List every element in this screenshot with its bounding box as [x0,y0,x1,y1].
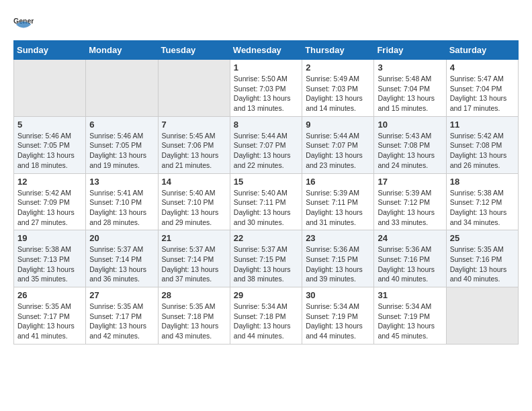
calendar-table: SundayMondayTuesdayWednesdayThursdayFrid… [13,40,519,345]
calendar-cell: 20Sunrise: 5:37 AM Sunset: 7:14 PM Dayli… [86,230,158,287]
calendar-cell: 27Sunrise: 5:35 AM Sunset: 7:17 PM Dayli… [86,287,158,345]
day-info: Sunrise: 5:37 AM Sunset: 7:15 PM Dayligh… [234,244,298,284]
day-number: 15 [234,177,298,187]
day-info: Sunrise: 5:46 AM Sunset: 7:05 PM Dayligh… [17,131,82,171]
day-number: 28 [162,290,226,300]
weekday-header-thursday: Thursday [302,41,374,60]
day-number: 9 [306,120,370,130]
calendar-cell: 31Sunrise: 5:34 AM Sunset: 7:19 PM Dayli… [374,287,446,345]
logo-icon: General [13,13,34,34]
calendar-cell: 16Sunrise: 5:39 AM Sunset: 7:11 PM Dayli… [302,173,374,230]
calendar-cell: 21Sunrise: 5:37 AM Sunset: 7:14 PM Dayli… [158,230,230,287]
day-info: Sunrise: 5:35 AM Sunset: 7:16 PM Dayligh… [450,244,515,284]
day-number: 17 [378,177,442,187]
weekday-header-monday: Monday [86,41,158,60]
calendar-cell: 10Sunrise: 5:43 AM Sunset: 7:08 PM Dayli… [374,116,446,173]
calendar-cell: 22Sunrise: 5:37 AM Sunset: 7:15 PM Dayli… [230,230,302,287]
calendar-cell: 9Sunrise: 5:44 AM Sunset: 7:07 PM Daylig… [302,116,374,173]
day-info: Sunrise: 5:42 AM Sunset: 7:09 PM Dayligh… [17,188,82,228]
day-info: Sunrise: 5:44 AM Sunset: 7:07 PM Dayligh… [234,131,298,171]
day-info: Sunrise: 5:38 AM Sunset: 7:13 PM Dayligh… [17,244,82,284]
day-number: 29 [234,290,298,300]
calendar-cell: 19Sunrise: 5:38 AM Sunset: 7:13 PM Dayli… [14,230,86,287]
day-number: 21 [162,233,226,243]
weekday-header-wednesday: Wednesday [230,41,302,60]
day-info: Sunrise: 5:40 AM Sunset: 7:10 PM Dayligh… [162,188,226,228]
day-number: 19 [17,233,82,243]
day-info: Sunrise: 5:49 AM Sunset: 7:03 PM Dayligh… [306,74,370,113]
day-info: Sunrise: 5:50 AM Sunset: 7:03 PM Dayligh… [234,74,298,113]
day-number: 25 [450,233,515,243]
day-info: Sunrise: 5:35 AM Sunset: 7:17 PM Dayligh… [17,302,82,341]
calendar-cell [158,60,230,117]
day-number: 8 [234,120,298,130]
calendar-cell [86,60,158,117]
day-number: 27 [89,290,154,300]
day-number: 13 [89,177,154,187]
calendar-cell: 28Sunrise: 5:35 AM Sunset: 7:18 PM Dayli… [158,287,230,345]
day-info: Sunrise: 5:47 AM Sunset: 7:04 PM Dayligh… [450,74,515,113]
day-number: 26 [17,290,82,300]
calendar-cell: 25Sunrise: 5:35 AM Sunset: 7:16 PM Dayli… [446,230,518,287]
day-info: Sunrise: 5:40 AM Sunset: 7:11 PM Dayligh… [234,188,298,228]
calendar-cell: 14Sunrise: 5:40 AM Sunset: 7:10 PM Dayli… [158,173,230,230]
calendar-header: SundayMondayTuesdayWednesdayThursdayFrid… [14,41,519,60]
day-number: 16 [306,177,370,187]
calendar-cell [446,287,518,345]
day-info: Sunrise: 5:39 AM Sunset: 7:11 PM Dayligh… [306,188,370,228]
calendar-cell: 12Sunrise: 5:42 AM Sunset: 7:09 PM Dayli… [14,173,86,230]
calendar-cell: 1Sunrise: 5:50 AM Sunset: 7:03 PM Daylig… [230,60,302,117]
day-info: Sunrise: 5:36 AM Sunset: 7:15 PM Dayligh… [306,244,370,284]
page-header: General [13,13,519,34]
day-number: 18 [450,177,515,187]
calendar-cell: 7Sunrise: 5:45 AM Sunset: 7:06 PM Daylig… [158,116,230,173]
day-number: 30 [306,290,370,300]
day-info: Sunrise: 5:34 AM Sunset: 7:19 PM Dayligh… [306,302,370,341]
weekday-header-sunday: Sunday [14,41,86,60]
calendar-cell: 4Sunrise: 5:47 AM Sunset: 7:04 PM Daylig… [446,60,518,117]
day-info: Sunrise: 5:48 AM Sunset: 7:04 PM Dayligh… [378,74,442,113]
day-number: 6 [89,120,154,130]
day-number: 10 [378,120,442,130]
weekday-header-saturday: Saturday [446,41,518,60]
calendar-cell: 2Sunrise: 5:49 AM Sunset: 7:03 PM Daylig… [302,60,374,117]
day-info: Sunrise: 5:37 AM Sunset: 7:14 PM Dayligh… [89,244,154,284]
calendar-cell [14,60,86,117]
day-number: 5 [17,120,82,130]
day-info: Sunrise: 5:35 AM Sunset: 7:17 PM Dayligh… [89,302,154,341]
calendar-cell: 29Sunrise: 5:34 AM Sunset: 7:18 PM Dayli… [230,287,302,345]
day-info: Sunrise: 5:44 AM Sunset: 7:07 PM Dayligh… [306,131,370,171]
day-info: Sunrise: 5:46 AM Sunset: 7:05 PM Dayligh… [89,131,154,171]
calendar-cell: 8Sunrise: 5:44 AM Sunset: 7:07 PM Daylig… [230,116,302,173]
day-info: Sunrise: 5:37 AM Sunset: 7:14 PM Dayligh… [162,244,226,284]
day-number: 12 [17,177,82,187]
day-number: 3 [378,62,442,73]
calendar-cell: 18Sunrise: 5:38 AM Sunset: 7:12 PM Dayli… [446,173,518,230]
calendar-cell: 23Sunrise: 5:36 AM Sunset: 7:15 PM Dayli… [302,230,374,287]
day-number: 24 [378,233,442,243]
day-info: Sunrise: 5:38 AM Sunset: 7:12 PM Dayligh… [450,188,515,228]
logo: General [13,13,35,34]
calendar-cell: 17Sunrise: 5:39 AM Sunset: 7:12 PM Dayli… [374,173,446,230]
day-number: 11 [450,120,515,130]
day-number: 7 [162,120,226,130]
day-info: Sunrise: 5:34 AM Sunset: 7:19 PM Dayligh… [378,302,442,341]
day-number: 20 [89,233,154,243]
day-info: Sunrise: 5:41 AM Sunset: 7:10 PM Dayligh… [89,188,154,228]
day-number: 31 [378,290,442,300]
day-info: Sunrise: 5:39 AM Sunset: 7:12 PM Dayligh… [378,188,442,228]
day-info: Sunrise: 5:34 AM Sunset: 7:18 PM Dayligh… [234,302,298,341]
day-info: Sunrise: 5:43 AM Sunset: 7:08 PM Dayligh… [378,131,442,171]
calendar-cell: 15Sunrise: 5:40 AM Sunset: 7:11 PM Dayli… [230,173,302,230]
day-number: 2 [306,62,370,73]
day-number: 14 [162,177,226,187]
day-info: Sunrise: 5:42 AM Sunset: 7:08 PM Dayligh… [450,131,515,171]
weekday-header-friday: Friday [374,41,446,60]
day-number: 22 [234,233,298,243]
day-info: Sunrise: 5:45 AM Sunset: 7:06 PM Dayligh… [162,131,226,171]
calendar-cell: 11Sunrise: 5:42 AM Sunset: 7:08 PM Dayli… [446,116,518,173]
day-number: 23 [306,233,370,243]
calendar-cell: 3Sunrise: 5:48 AM Sunset: 7:04 PM Daylig… [374,60,446,117]
day-info: Sunrise: 5:36 AM Sunset: 7:16 PM Dayligh… [378,244,442,284]
day-number: 4 [450,62,515,73]
